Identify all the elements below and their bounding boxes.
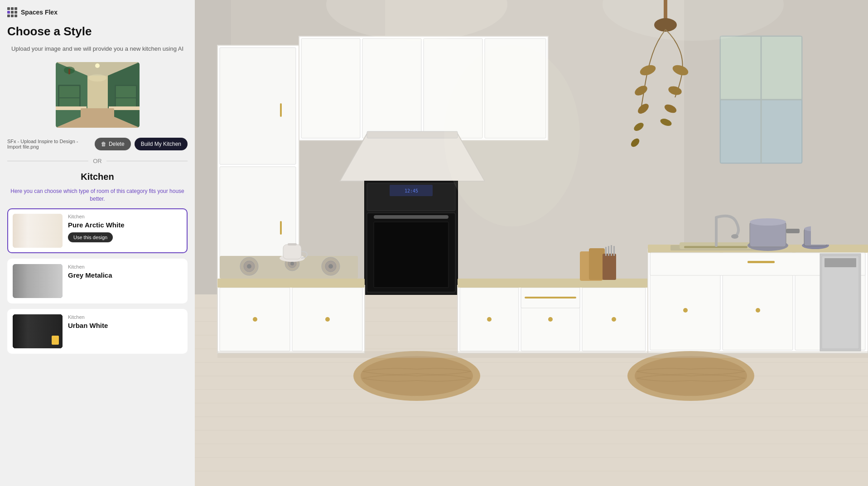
svg-point-79 bbox=[22, 322, 31, 327]
svg-rect-19 bbox=[13, 239, 63, 248]
upload-preview-container bbox=[56, 62, 140, 128]
svg-rect-35 bbox=[49, 236, 51, 245]
app-name: Spaces Flex bbox=[21, 9, 58, 16]
svg-point-206 bbox=[444, 45, 580, 226]
svg-rect-48 bbox=[13, 281, 63, 283]
section-description: Here you can choose which type of room o… bbox=[7, 188, 188, 203]
card-thumb-grey bbox=[13, 264, 63, 298]
svg-rect-55 bbox=[17, 288, 26, 296]
card-info-grey: Kitchen Grey Metalica bbox=[68, 264, 182, 279]
svg-point-31 bbox=[53, 230, 55, 231]
svg-point-164 bbox=[756, 308, 760, 313]
svg-point-32 bbox=[53, 235, 55, 237]
svg-rect-33 bbox=[22, 234, 53, 236]
svg-point-47 bbox=[20, 285, 22, 287]
svg-point-77 bbox=[25, 320, 28, 322]
svg-point-14 bbox=[88, 74, 106, 82]
svg-point-80 bbox=[44, 322, 53, 327]
svg-rect-49 bbox=[45, 278, 63, 289]
svg-rect-173 bbox=[786, 229, 800, 233]
svg-rect-41 bbox=[13, 264, 63, 289]
svg-rect-155 bbox=[613, 246, 615, 256]
card-name-grey: Grey Metalica bbox=[68, 271, 182, 279]
svg-rect-45 bbox=[14, 284, 28, 289]
svg-rect-147 bbox=[525, 297, 576, 298]
svg-rect-65 bbox=[14, 334, 28, 339]
svg-point-67 bbox=[20, 336, 22, 337]
svg-rect-54 bbox=[24, 286, 51, 288]
svg-rect-108 bbox=[362, 38, 421, 138]
card-thumb-urban bbox=[13, 314, 63, 348]
svg-rect-71 bbox=[47, 334, 60, 339]
svg-point-135 bbox=[328, 264, 333, 269]
svg-rect-75 bbox=[53, 333, 58, 342]
kitchen-image: 12:45 bbox=[195, 0, 868, 486]
svg-rect-107 bbox=[301, 38, 360, 138]
svg-rect-202 bbox=[217, 351, 648, 358]
svg-rect-61 bbox=[13, 314, 63, 339]
svg-point-66 bbox=[20, 331, 22, 332]
svg-rect-51 bbox=[47, 284, 60, 289]
svg-rect-112 bbox=[367, 131, 458, 138]
svg-rect-68 bbox=[13, 332, 63, 333]
use-design-label-arctic: Use this design bbox=[73, 235, 107, 240]
svg-rect-153 bbox=[608, 246, 609, 256]
svg-point-46 bbox=[20, 280, 22, 282]
svg-rect-179 bbox=[822, 256, 859, 349]
svg-rect-63 bbox=[13, 328, 30, 340]
svg-rect-69 bbox=[45, 328, 63, 340]
build-kitchen-button[interactable]: Build My Kitchen bbox=[135, 138, 188, 150]
or-text: OR bbox=[93, 158, 102, 164]
style-card-arctic[interactable]: Kitchen Pure Arctic White Use this desig… bbox=[7, 208, 188, 253]
page-subtitle: Upload your image and we will provide yo… bbox=[7, 45, 188, 53]
left-panel: Spaces Flex Choose a Style Upload your i… bbox=[0, 0, 195, 486]
upload-label: SFx - Upload Inspire to Design - Import … bbox=[7, 139, 91, 149]
svg-point-53 bbox=[53, 285, 54, 287]
svg-rect-42 bbox=[29, 266, 47, 280]
svg-point-25 bbox=[19, 230, 21, 231]
svg-point-174 bbox=[750, 218, 786, 226]
svg-rect-138 bbox=[288, 243, 297, 245]
svg-rect-70 bbox=[47, 329, 60, 334]
svg-point-58 bbox=[43, 274, 50, 277]
delete-button[interactable]: 🗑 Delete bbox=[95, 138, 131, 150]
svg-rect-162 bbox=[747, 261, 775, 263]
svg-rect-203 bbox=[648, 351, 868, 358]
upload-actions: SFx - Upload Inspire to Design - Import … bbox=[7, 138, 188, 150]
svg-rect-28 bbox=[47, 226, 63, 239]
svg-rect-22 bbox=[13, 226, 29, 239]
svg-rect-10 bbox=[116, 86, 136, 97]
svg-rect-169 bbox=[715, 217, 718, 247]
svg-rect-17 bbox=[68, 69, 70, 74]
svg-rect-21 bbox=[26, 216, 49, 232]
svg-point-15 bbox=[88, 117, 106, 125]
svg-rect-29 bbox=[48, 228, 61, 233]
svg-rect-36 bbox=[15, 236, 23, 243]
svg-rect-102 bbox=[220, 48, 296, 164]
use-design-button-arctic[interactable]: Use this design bbox=[68, 232, 113, 242]
logo-grid-icon bbox=[7, 7, 17, 17]
svg-point-78 bbox=[48, 320, 50, 322]
svg-rect-76 bbox=[53, 334, 57, 341]
svg-rect-20 bbox=[13, 214, 63, 239]
svg-rect-137 bbox=[283, 245, 301, 259]
svg-rect-44 bbox=[14, 279, 28, 284]
svg-rect-62 bbox=[29, 317, 47, 329]
svg-rect-64 bbox=[14, 329, 28, 334]
style-card-grey[interactable]: Kitchen Grey Metalica bbox=[7, 259, 188, 303]
section-title: Kitchen bbox=[7, 172, 188, 182]
svg-point-132 bbox=[290, 262, 294, 265]
svg-point-73 bbox=[53, 336, 54, 337]
svg-rect-104 bbox=[280, 103, 282, 117]
svg-rect-6 bbox=[59, 86, 79, 97]
svg-rect-40 bbox=[13, 289, 63, 298]
style-card-urban[interactable]: Kitchen Urban White bbox=[7, 309, 188, 354]
svg-text:12:45: 12:45 bbox=[405, 188, 418, 193]
svg-point-145 bbox=[612, 317, 616, 322]
card-category-urban: Kitchen bbox=[68, 314, 182, 320]
svg-rect-151 bbox=[603, 254, 616, 280]
svg-rect-172 bbox=[750, 222, 786, 247]
svg-point-123 bbox=[253, 317, 257, 322]
svg-rect-24 bbox=[14, 234, 27, 238]
svg-point-143 bbox=[487, 317, 492, 322]
